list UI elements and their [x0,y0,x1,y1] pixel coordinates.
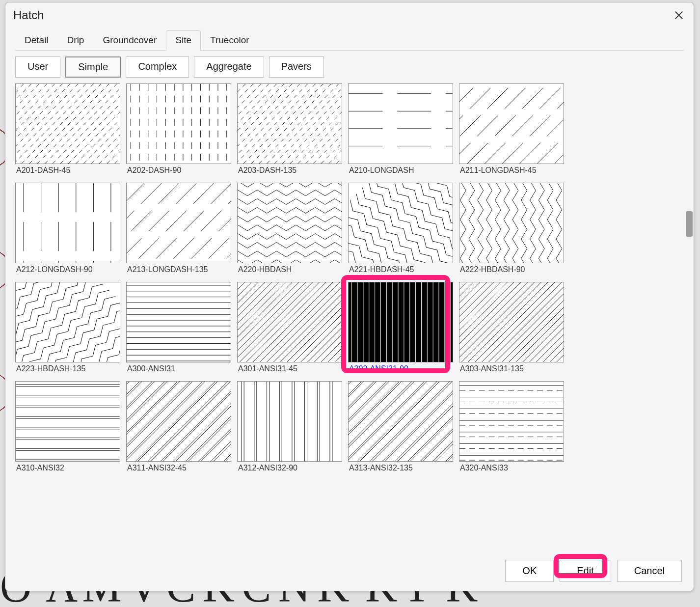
svg-line-48 [251,84,331,164]
svg-line-86 [135,183,214,263]
svg-line-13 [37,84,117,164]
swatch-preview [459,381,564,462]
svg-line-163 [461,282,541,362]
svg-line-124 [280,282,342,362]
tab-site[interactable]: Site [166,30,201,51]
svg-line-253 [349,382,427,461]
svg-line-247 [349,382,389,461]
swatch-preview [348,183,453,263]
swatch-a310-ansi32[interactable]: A310-ANSI32 [15,381,120,475]
swatch-a312-ansi32-90[interactable]: A312-ANSI32-90 [237,381,342,475]
svg-line-116 [238,282,306,362]
close-icon[interactable] [670,6,688,24]
svg-line-263 [410,382,453,461]
tab-truecolor[interactable]: Truecolor [201,30,259,51]
swatch-a301-ansi31-45[interactable]: A301-ANSI31-45 [237,282,342,376]
subtab-simple[interactable]: Simple [65,56,121,78]
tab-detail[interactable]: Detail [15,30,58,51]
scrollbar-thumb[interactable] [686,211,693,237]
svg-line-85 [127,183,197,263]
edit-button[interactable]: Edit [560,560,611,582]
swatch-label: A303-ANSI31-135 [459,362,564,376]
swatch-a203-dash-135[interactable]: A203-DASH-135 [237,83,342,178]
swatch-a213-longdash-135[interactable]: A213-LONGDASH-135 [126,183,231,277]
svg-line-222 [224,382,231,461]
swatch-preview [237,381,342,462]
swatch-a211-longdash-45[interactable]: A211-LONGDASH-45 [459,83,564,178]
subtab-aggregate[interactable]: Aggregate [194,56,264,78]
swatch-a302-ansi31-90[interactable]: A302-ANSI31-90 [348,282,453,376]
swatch-label: A301-ANSI31-45 [237,362,342,376]
tab-groundcover[interactable]: Groundcover [93,30,166,51]
subtab-row: User Simple Complex Aggregate Pavers [15,56,684,78]
svg-line-72 [520,84,564,164]
swatch-label: A312-ANSI32-90 [237,462,342,475]
swatch-a320-ansi33[interactable]: A320-ANSI33 [459,381,564,475]
cancel-button[interactable]: Cancel [617,560,682,582]
svg-line-153 [459,282,473,362]
swatch-a223-hbdash-135[interactable]: A223-HBDASH-135 [15,282,120,376]
svg-line-47 [243,84,323,164]
swatch-label: A220-HBDASH [237,263,342,277]
swatch-a311-ansi32-45[interactable]: A311-ANSI32-45 [126,381,231,475]
svg-line-252 [349,382,424,461]
svg-line-4 [16,84,47,164]
svg-line-220 [211,382,231,461]
svg-line-66 [459,84,494,164]
svg-line-40 [238,84,269,164]
svg-line-131 [328,282,342,362]
swatch-a313-ansi32-135[interactable]: A313-ANSI32-135 [348,381,453,475]
svg-line-71 [502,84,564,164]
swatch-label: A212-LONGDASH-90 [15,263,120,277]
svg-line-21 [99,84,120,164]
swatch-preview [126,183,231,263]
svg-line-110 [238,282,265,362]
svg-line-118 [240,282,319,362]
svg-line-166 [482,282,562,362]
svg-line-69 [467,84,547,164]
svg-line-198 [127,382,152,461]
svg-line-168 [495,282,564,362]
svg-line-15 [53,84,120,164]
swatch-label: A203-DASH-135 [237,164,342,178]
tab-row: Detail Drip Groundcover Site Truecolor [15,26,684,51]
dialog-footer: OK Edit Cancel [5,552,694,591]
swatch-preview [15,183,120,263]
svg-line-268 [446,382,453,461]
swatch-a212-longdash-90[interactable]: A212-LONGDASH-90 [15,183,120,277]
svg-line-176 [550,282,564,362]
swatch-a202-dash-90[interactable]: A202-DASH-90 [126,83,231,178]
swatch-label: A311-ANSI32-45 [126,462,231,475]
scrollbar[interactable] [682,83,694,552]
swatch-label: A313-ANSI32-135 [348,462,453,475]
svg-line-161 [459,282,528,362]
subtab-user[interactable]: User [15,56,60,78]
subtab-complex[interactable]: Complex [126,56,189,78]
svg-line-88 [169,183,231,263]
swatch-label: A221-HBDASH-45 [348,263,453,277]
swatch-preview [459,282,564,362]
swatch-a210-longdash[interactable]: A210-LONGDASH [348,83,453,178]
svg-line-54 [298,84,342,164]
swatch-a300-ansi31[interactable]: A300-ANSI31 [126,282,231,376]
svg-line-248 [349,382,399,461]
swatch-label: A320-ANSI33 [459,462,564,475]
svg-line-123 [273,282,342,362]
svg-line-87 [152,183,231,263]
svg-line-165 [475,282,555,362]
svg-line-202 [127,382,177,461]
svg-line-67 [459,84,512,164]
swatch-a220-hbdash[interactable]: A220-HBDASH [237,183,342,277]
svg-line-129 [314,282,342,362]
swatch-label: A213-LONGDASH-135 [126,263,231,277]
swatch-a222-hbdash-90[interactable]: A222-HBDASH-90 [459,183,564,277]
dialog-title: Hatch [13,8,44,22]
subtab-pavers[interactable]: Pavers [269,56,324,78]
svg-line-18 [76,84,120,164]
swatch-a201-dash-45[interactable]: A201-DASH-45 [15,83,120,178]
swatch-a303-ansi31-135[interactable]: A303-ANSI31-135 [459,282,564,376]
swatch-a221-hbdash-45[interactable]: A221-HBDASH-45 [348,183,453,277]
ok-button[interactable]: OK [505,560,554,582]
tab-drip[interactable]: Drip [58,30,94,51]
swatch-preview [459,183,564,263]
